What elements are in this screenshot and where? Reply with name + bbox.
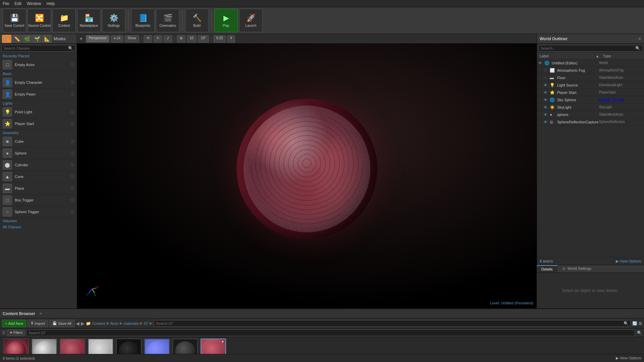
outliner-item-sphere[interactable]: 👁 ● sphere StaticMeshActor xyxy=(537,111,644,118)
launch-button[interactable]: 🚀 Launch xyxy=(239,9,263,32)
actor-item-empty-actor[interactable]: □ Empty Actor ⓘ xyxy=(0,59,77,71)
content-browser-search-input[interactable] xyxy=(156,321,624,325)
outliner-close-icon[interactable]: ✕ xyxy=(638,37,641,41)
category-lights[interactable]: Lights xyxy=(0,100,77,106)
scale-size[interactable]: 0.25 xyxy=(213,35,226,43)
menu-window[interactable]: Window xyxy=(27,1,41,6)
cinematics-button[interactable]: 🎬 Cinematics xyxy=(156,9,179,32)
outliner-eye-skylight[interactable]: 👁 xyxy=(544,105,550,109)
outliner-eye-lightsource[interactable]: 👁 xyxy=(544,83,550,87)
actor-item-cylinder[interactable]: ⬤ Cylinder ⓘ xyxy=(0,159,77,171)
layout-icon[interactable]: ⊞ xyxy=(639,321,642,326)
view-options-button[interactable]: ▶ View Options xyxy=(616,259,641,263)
camera-speed[interactable]: 4 xyxy=(227,35,235,43)
box-trigger-info[interactable]: ⓘ xyxy=(70,198,74,203)
transform-btn[interactable]: ⟲ xyxy=(144,35,152,43)
outliner-item-world[interactable]: 👁 🌐 Untitled (Editor) World xyxy=(537,59,644,67)
show-button[interactable]: Show xyxy=(125,35,139,43)
outliner-item-atmo[interactable]: 👁 🌫️ Atmospheric Fog AtmosphericFog xyxy=(537,67,644,74)
asset-thumb-ambient[interactable]: 07_ambient Occlusion xyxy=(31,339,58,354)
outliner-search-input[interactable] xyxy=(541,46,635,50)
cube-info[interactable]: ⓘ xyxy=(70,139,74,144)
category-volumes[interactable]: Volumes xyxy=(0,218,77,224)
category-recently-placed[interactable]: Recently Placed xyxy=(0,53,77,59)
category-basic[interactable]: Basic xyxy=(0,71,77,77)
settings-button[interactable]: ⚙️ Settings xyxy=(102,9,125,32)
save-current-button[interactable]: 💾 Save Current xyxy=(3,9,26,32)
actor-item-box-trigger[interactable]: □ Box Trigger ⓘ xyxy=(0,194,77,206)
viewport[interactable]: ▼ Perspective ● Lit Show ⟲ ↻ ⤢ ⊞ 10 10° … xyxy=(77,34,537,308)
tab-world-settings[interactable]: ⚙ World Settings xyxy=(558,265,596,273)
outliner-eye-world[interactable]: 👁 xyxy=(538,61,544,65)
player-start-info[interactable]: ⓘ xyxy=(70,121,74,126)
sphere-trigger-info[interactable]: ⓘ xyxy=(70,209,74,215)
search-classes-input[interactable] xyxy=(4,46,68,50)
asset-thumb-basecolor[interactable]: 07_basecolor xyxy=(59,339,86,354)
add-new-button[interactable]: + Add New xyxy=(2,320,26,327)
source-control-button[interactable]: 🔀 Source Control xyxy=(28,9,51,32)
outliner-eye-skysphere[interactable]: 👁 xyxy=(544,98,550,102)
content-button[interactable]: 📁 Content xyxy=(52,9,76,32)
sphere-info[interactable]: ⓘ xyxy=(70,151,74,156)
perspective-button[interactable]: Perspective xyxy=(86,35,109,43)
tab-details[interactable]: Details xyxy=(537,265,558,273)
menu-help[interactable]: Help xyxy=(47,1,55,6)
outliner-item-floor[interactable]: 👁 ▬ Floor StaticMeshActor xyxy=(537,74,644,81)
mode-foliage[interactable]: 🌱 xyxy=(32,35,42,43)
menu-file[interactable]: File xyxy=(3,1,9,6)
lit-button[interactable]: ● Lit xyxy=(111,35,123,43)
outliner-eye-atmo[interactable]: 👁 xyxy=(544,68,550,72)
asset-thumb-07[interactable]: 07 xyxy=(3,339,30,354)
angle-size[interactable]: 10° xyxy=(198,35,209,43)
scale-btn[interactable]: ⤢ xyxy=(164,35,172,43)
empty-actor-info[interactable]: ⓘ xyxy=(70,62,74,67)
blueprints-button[interactable]: 📘 Blueprints xyxy=(131,9,155,32)
outliner-item-skylight[interactable]: 👁 ☀️ SkyLight SkyLight xyxy=(537,104,644,111)
outliner-eye-reflection[interactable]: 👁 xyxy=(544,120,550,124)
grid-toggle[interactable]: ⊞ xyxy=(177,35,185,43)
plane-info[interactable]: ⓘ xyxy=(70,186,74,191)
actor-item-sphere[interactable]: ● Sphere ⓘ xyxy=(0,147,77,159)
outliner-item-playerstart[interactable]: 👁 ⭐ Player Start PlayerStart xyxy=(537,89,644,96)
mode-placement[interactable]: 🔧 xyxy=(2,35,11,43)
empty-character-info[interactable]: ⓘ xyxy=(70,80,74,85)
import-button[interactable]: ⬆ Import xyxy=(28,320,48,327)
cone-info[interactable]: ⓘ xyxy=(70,174,74,179)
actor-item-player-start[interactable]: ⭐ Player Start ⓘ xyxy=(0,118,77,130)
outliner-eye-playerstart[interactable]: 👁 xyxy=(544,90,550,95)
asset-thumb-normal[interactable]: 07_normal xyxy=(144,339,170,354)
nav-forward-button[interactable]: ▶ xyxy=(81,321,85,326)
actor-item-cone[interactable]: ▲ Cone ⓘ xyxy=(0,171,77,183)
cylinder-info[interactable]: ⓘ xyxy=(70,163,74,168)
breadcrumb-07[interactable]: 07 xyxy=(144,321,148,325)
actor-item-plane[interactable]: ▬ Plane ⓘ xyxy=(0,183,77,194)
mode-geometry[interactable]: 📐 xyxy=(42,35,52,43)
outliner-item-skysphere[interactable]: 👁 🌐 Sky Sphere Edit BP_Sky_Spl xyxy=(537,96,644,104)
actor-item-sphere-trigger[interactable]: ○ Sphere Trigger ⓘ xyxy=(0,206,77,218)
rotate-btn[interactable]: ↻ xyxy=(154,35,162,43)
edit-bp-link[interactable]: Edit BP_Sky_Spl xyxy=(599,98,625,102)
breadcrumb-flesh[interactable]: flesh xyxy=(111,321,118,325)
asset-thumb-height[interactable]: 07_height xyxy=(87,339,114,354)
point-light-info[interactable]: ⓘ xyxy=(70,110,74,115)
sync-icon[interactable]: 🔄 xyxy=(632,321,637,326)
actor-item-empty-character[interactable]: 👤 Empty Character ⓘ xyxy=(0,77,77,88)
marketplace-button[interactable]: 🏪 Marketplace xyxy=(77,9,101,32)
category-all-classes[interactable]: All Classes xyxy=(0,224,77,230)
breadcrumb-materials[interactable]: materials xyxy=(124,321,139,325)
play-button[interactable]: ▶ Play xyxy=(214,9,238,32)
save-all-button[interactable]: 💾 Save All xyxy=(49,320,74,327)
nav-back-button[interactable]: ◀ xyxy=(76,321,79,326)
outliner-item-reflection[interactable]: 👁 ◎ SphereReflectionCapture SphereReflec… xyxy=(537,118,644,126)
outliner-eye-floor[interactable]: 👁 xyxy=(544,76,550,80)
breadcrumb-content[interactable]: Content xyxy=(92,321,105,325)
outliner-eye-sphere[interactable]: 👁 xyxy=(544,113,550,117)
actor-item-cube[interactable]: ■ Cube ⓘ xyxy=(0,136,77,147)
mode-landscape[interactable]: 🌿 xyxy=(22,35,32,43)
filters-search-input[interactable] xyxy=(26,329,635,336)
asset-thumb-metallic[interactable]: 07_metallic xyxy=(115,339,142,354)
grid-size[interactable]: 10 xyxy=(187,35,197,43)
viewport-canvas[interactable]: X Y Z Level: Untitled (Persistent) xyxy=(77,44,537,308)
build-button[interactable]: 🔨 Build xyxy=(185,9,209,32)
content-browser-close[interactable]: ✕ xyxy=(39,312,42,315)
